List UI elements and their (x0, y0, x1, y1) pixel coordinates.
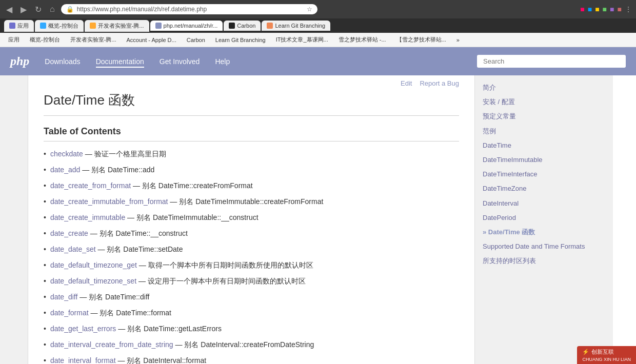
sidebar-link-dateinterval[interactable]: DateInterval (483, 199, 519, 207)
list-item: date_get_last_errors — 别名 DateTime::getL… (44, 323, 459, 334)
bookmark-carbon[interactable]: Carbon (183, 36, 209, 44)
list-item: date_diff — 别名 DateTime::diff (44, 292, 459, 302)
sidebar-link-timezones[interactable]: 所支持的时区列表 (483, 257, 536, 265)
bookmark-xuezhi2[interactable]: 【雪之梦技术驿站... (392, 35, 450, 45)
sidebar-link-install[interactable]: 安装 / 配置 (483, 98, 515, 106)
bookmark-git[interactable]: Learn Git Branching (211, 36, 270, 44)
toc-link-date-create-immutable[interactable]: date_create_immutable (50, 213, 125, 221)
tab-label-carbon: Carbon (237, 23, 255, 29)
back-button[interactable]: ◀ (4, 4, 14, 15)
ext-icon-6[interactable]: ■ (618, 5, 622, 13)
report-bug-link[interactable]: Report a Bug (420, 79, 459, 87)
tab-carbon[interactable]: Carbon (224, 21, 261, 31)
tab-label-3: 开发者实验室-腾... (98, 22, 144, 30)
list-item: date_add — 别名 DateTime::add (44, 165, 459, 175)
ext-icon-1[interactable]: ■ (580, 5, 584, 13)
address-bar[interactable]: 🔒 https://www.php.net/manual/zh/ref.date… (61, 4, 317, 14)
sidebar-item-constants[interactable]: 预定义常量 (475, 109, 613, 124)
sidebar-item-supported-formats[interactable]: Supported Date and Time Formats (475, 239, 613, 254)
tab-favicon (9, 23, 15, 29)
toc-link-date-default-timezone-set[interactable]: date_default_timezone_set (50, 277, 136, 285)
sidebar-label-datetime-functions: Date/Time 函数 (488, 228, 535, 236)
sidebar-item-datetimezone[interactable]: DateTimeZone (475, 181, 613, 196)
sidebar-item-datetimeimmutable[interactable]: DateTimeImmutable (475, 153, 613, 167)
more-icon[interactable]: ⋮ (625, 5, 632, 13)
sidebar-item-dateperiod[interactable]: DatePeriod (475, 211, 613, 225)
list-item: date_create — 别名 DateTime::__construct (44, 228, 459, 239)
toc-link-date-date-set[interactable]: date_date_set (50, 245, 96, 253)
toc-link-date-format[interactable]: date_format (50, 309, 89, 317)
toc-link-date-create[interactable]: date_create (50, 229, 88, 237)
toc-link-date-create-from-format[interactable]: date_create_from_format (50, 181, 131, 190)
sidebar-link-constants[interactable]: 预定义常量 (483, 112, 516, 120)
sidebar-item-examples[interactable]: 范例 (475, 124, 613, 138)
toc-desc-checkdate: — 验证一个格里高里日期 (85, 150, 166, 158)
toc-desc-date-get-last-errors: — 别名 DateTime::getLastErrors (118, 325, 222, 333)
right-sidebar: 简介 安装 / 配置 预定义常量 范例 DateTime DateTimeImm… (474, 75, 613, 364)
bookmark-devtools[interactable]: 概览-控制台 (26, 35, 64, 45)
bookmark-apps[interactable]: 应用 (4, 35, 24, 45)
sidebar-item-dateinterval[interactable]: DateInterval (475, 196, 613, 211)
sidebar-link-datetimezone[interactable]: DateTimeZone (483, 185, 527, 192)
sidebar-item-install[interactable]: 安装 / 配置 (475, 95, 613, 109)
php-logo[interactable]: php (10, 54, 29, 68)
sidebar-link-datetimeinterface[interactable]: DateTimeInterface (483, 170, 537, 178)
bookmark-apple[interactable]: Account - Apple D... (123, 36, 181, 44)
toc-link-date-create-immutable-from-format[interactable]: date_create_immutable_from_format (50, 197, 168, 206)
toc-link-date-diff[interactable]: date_diff (50, 293, 77, 301)
list-item: date_create_immutable_from_format — 别名 D… (44, 196, 459, 207)
toc-desc-date-diff: — 别名 DateTime::diff (80, 293, 149, 301)
ext-icon-4[interactable]: ■ (603, 5, 607, 13)
tab-favicon-2 (40, 23, 46, 29)
nav-documentation[interactable]: Documentation (96, 55, 144, 68)
toc-link-date-add[interactable]: date_add (50, 166, 80, 174)
toc-desc-date-interval-create: — 别名 DateInterval::createFromDateString (175, 340, 314, 349)
bookmark-it[interactable]: IT技术文章_幕课网... (272, 35, 332, 45)
toc-desc-date-create-immutable: — 别名 DateTimeImmutable::__construct (127, 213, 258, 221)
search-input[interactable] (477, 55, 626, 68)
toc-list: checkdate — 验证一个格里高里日期 date_add — 别名 Dat… (44, 149, 459, 364)
ext-icon-5[interactable]: ■ (610, 5, 614, 13)
sidebar-link-datetime[interactable]: DateTime (483, 141, 511, 149)
ext-icon-2[interactable]: ■ (588, 5, 592, 13)
toc-link-date-get-last-errors[interactable]: date_get_last_errors (50, 325, 116, 333)
sidebar-item-datetimeinterface[interactable]: DateTimeInterface (475, 167, 613, 181)
sidebar-item-datetime[interactable]: DateTime (475, 138, 613, 153)
php-nav: Downloads Documentation Get Involved Hel… (45, 55, 230, 68)
sidebar-link-jianjie[interactable]: 简介 (483, 84, 496, 91)
sidebar-link-dateperiod[interactable]: DatePeriod (483, 214, 516, 221)
toc-desc-date-default-timezone-set: — 设定用于一个脚本中所有日期时间函数的默认时区 (138, 277, 306, 285)
sidebar-link-supported-formats[interactable]: Supported Date and Time Formats (483, 242, 585, 250)
toc-link-date-interval-format[interactable]: date_interval_format (50, 356, 116, 364)
watermark-logo: ⚡ 创新互联 (582, 349, 613, 355)
ext-icon-3[interactable]: ■ (595, 5, 599, 13)
sidebar-item-jianjie[interactable]: 简介 (475, 80, 613, 95)
forward-button[interactable]: ▶ (18, 4, 29, 15)
nav-downloads[interactable]: Downloads (45, 55, 80, 68)
tab-devtools[interactable]: 概览-控制台 (35, 20, 84, 32)
tab-git[interactable]: Learn Git Branching (262, 21, 330, 31)
tab-dev-lab[interactable]: 开发者实验室-腾... (85, 20, 149, 32)
refresh-button[interactable]: ↻ (33, 4, 44, 15)
tab-favicon-carbon (229, 23, 235, 29)
bookmark-devlab[interactable]: 开发者实验室-腾... (66, 35, 121, 45)
toc-link-checkdate[interactable]: checkdate (50, 150, 83, 158)
tab-app[interactable]: 应用 (4, 20, 34, 32)
nav-help[interactable]: Help (215, 55, 230, 68)
toc-link-date-default-timezone-get[interactable]: date_default_timezone_get (50, 261, 137, 269)
sidebar-link-datetimeimmutable[interactable]: DateTimeImmutable (483, 156, 543, 164)
bookmark-more[interactable]: » (452, 36, 464, 44)
toc-desc-date-date-set: — 别名 DateTime::setDate (98, 245, 183, 253)
bookmark-xuezhi1[interactable]: 雪之梦技术驿站 -... (334, 35, 390, 45)
sidebar-link-examples[interactable]: 范例 (483, 127, 496, 135)
tab-php[interactable]: php.net/manual/zh/r... (150, 21, 223, 31)
browser-chrome: ◀ ▶ ↻ ⌂ 🔒 https://www.php.net/manual/zh/… (0, 0, 636, 18)
toc-desc-date-create: — 别名 DateTime::__construct (90, 229, 188, 237)
home-button[interactable]: ⌂ (48, 4, 57, 15)
edit-link[interactable]: Edit (401, 79, 412, 87)
nav-get-involved[interactable]: Get Involved (160, 55, 200, 68)
sidebar-item-timezones[interactable]: 所支持的时区列表 (475, 254, 613, 268)
list-item: date_format — 别名 DateTime::format (44, 308, 459, 318)
sidebar-item-datetime-functions[interactable]: Date/Time 函数 (475, 225, 613, 239)
toc-link-date-interval-create[interactable]: date_interval_create_from_date_string (50, 340, 173, 349)
